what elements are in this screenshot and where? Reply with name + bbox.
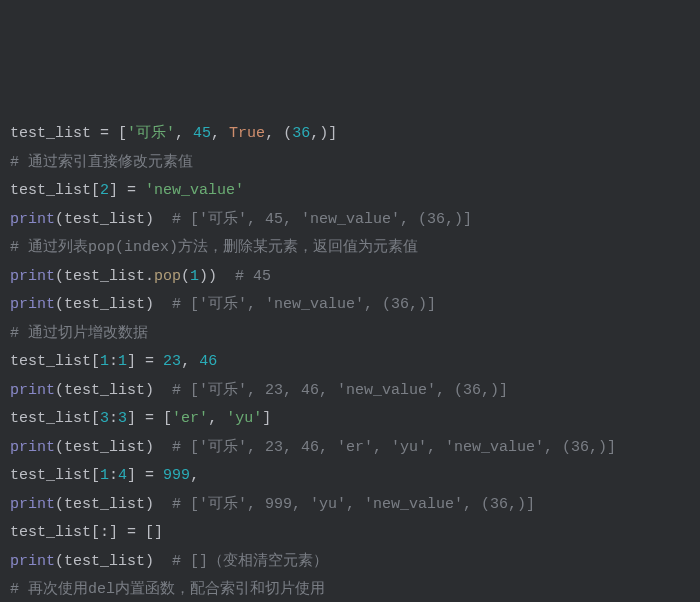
code-token-num: 36 xyxy=(292,125,310,142)
code-token-comment: # ['可乐', 45, 'new_value', (36,)] xyxy=(172,211,472,228)
code-token-var: test_list[ xyxy=(10,467,100,484)
code-token-comment: # 45 xyxy=(235,268,271,285)
code-token-punc: ] xyxy=(127,467,145,484)
code-token-punc: , xyxy=(175,125,193,142)
code-token-punc: (test_list) xyxy=(55,553,172,570)
code-token-punc xyxy=(154,353,163,370)
code-token-op: = xyxy=(145,410,154,427)
code-token-punc: ( xyxy=(181,268,190,285)
code-token-op: = xyxy=(145,467,154,484)
code-line[interactable]: # 再次使用del内置函数，配合索引和切片使用 xyxy=(10,576,690,602)
code-line[interactable]: test_list = ['可乐', 45, True, (36,)] xyxy=(10,120,690,149)
code-token-comment: # ['可乐', 'new_value', (36,)] xyxy=(172,296,436,313)
code-token-punc: , xyxy=(190,467,199,484)
code-token-punc: [] xyxy=(136,524,163,541)
code-token-comment: # []（变相清空元素） xyxy=(172,553,328,570)
code-token-builtin: print xyxy=(10,439,55,456)
code-line[interactable]: print(test_list) # ['可乐', 45, 'new_value… xyxy=(10,206,690,235)
code-token-var: test_list[ xyxy=(10,182,100,199)
code-line[interactable]: print(test_list) # []（变相清空元素） xyxy=(10,548,690,577)
code-token-op: = xyxy=(100,125,109,142)
code-token-builtin: print xyxy=(10,296,55,313)
code-token-num: 1 xyxy=(100,467,109,484)
code-token-comment: # ['可乐', 23, 46, 'er', 'yu', 'new_value'… xyxy=(172,439,616,456)
code-token-op: = xyxy=(145,353,154,370)
code-token-num: 46 xyxy=(199,353,217,370)
code-token-comment: # ['可乐', 23, 46, 'new_value', (36,)] xyxy=(172,382,508,399)
code-token-var: test_list xyxy=(10,125,100,142)
code-token-method: pop xyxy=(154,268,181,285)
code-line[interactable]: test_list[:] = [] xyxy=(10,519,690,548)
code-token-str: '可乐' xyxy=(127,125,175,142)
code-token-builtin: print xyxy=(10,553,55,570)
code-token-punc: , xyxy=(181,353,199,370)
code-token-punc: (test_list) xyxy=(55,439,172,456)
code-token-op: = xyxy=(127,182,136,199)
code-line[interactable]: print(test_list) # ['可乐', 999, 'yu', 'ne… xyxy=(10,491,690,520)
code-token-builtin: print xyxy=(10,496,55,513)
code-token-num: 3 xyxy=(118,410,127,427)
code-token-punc: , xyxy=(208,410,226,427)
code-token-str: 'new_value' xyxy=(145,182,244,199)
code-token-comment: # 再次使用del内置函数，配合索引和切片使用 xyxy=(10,581,325,598)
code-token-punc: : xyxy=(109,467,118,484)
code-line[interactable]: print(test_list) # ['可乐', 23, 46, 'er', … xyxy=(10,434,690,463)
code-token-punc: (test_list) xyxy=(55,211,172,228)
code-token-num: 3 xyxy=(100,410,109,427)
code-token-punc: ] xyxy=(262,410,271,427)
code-token-punc: ] xyxy=(109,182,127,199)
code-token-num: 2 xyxy=(100,182,109,199)
code-token-num: 999 xyxy=(163,467,190,484)
code-token-punc: ] xyxy=(127,353,145,370)
code-token-punc: (test_list) xyxy=(55,296,172,313)
code-token-comment: # 通过列表pop(index)方法，删除某元素，返回值为元素值 xyxy=(10,239,418,256)
code-token-num: 45 xyxy=(193,125,211,142)
code-token-builtin: print xyxy=(10,268,55,285)
code-token-var: test_list[ xyxy=(10,353,100,370)
code-line[interactable]: print(test_list) # ['可乐', 23, 46, 'new_v… xyxy=(10,377,690,406)
code-token-comment: # 通过切片增改数据 xyxy=(10,325,148,342)
code-token-num: 1 xyxy=(100,353,109,370)
code-token-punc: , xyxy=(211,125,229,142)
code-token-punc: , ( xyxy=(265,125,292,142)
code-editor[interactable]: test_list = ['可乐', 45, True, (36,)]# 通过索… xyxy=(10,120,690,602)
code-line[interactable]: print(test_list.pop(1)) # 45 xyxy=(10,263,690,292)
code-token-punc: (test_list) xyxy=(55,382,172,399)
code-line[interactable]: test_list[2] = 'new_value' xyxy=(10,177,690,206)
code-token-punc xyxy=(154,467,163,484)
code-token-var: test_list[:] xyxy=(10,524,127,541)
code-line[interactable]: test_list[1:4] = 999, xyxy=(10,462,690,491)
code-token-punc: (test_list) xyxy=(55,496,172,513)
code-token-punc: )) xyxy=(199,268,235,285)
code-token-kw-const: True xyxy=(229,125,265,142)
code-token-comment: # ['可乐', 999, 'yu', 'new_value', (36,)] xyxy=(172,496,535,513)
code-token-op: = xyxy=(127,524,136,541)
code-line[interactable]: test_list[1:1] = 23, 46 xyxy=(10,348,690,377)
code-token-punc: : xyxy=(109,410,118,427)
code-token-punc: ,)] xyxy=(310,125,337,142)
code-token-comment: # 通过索引直接修改元素值 xyxy=(10,154,193,171)
code-line[interactable]: # 通过索引直接修改元素值 xyxy=(10,149,690,178)
code-token-var: test_list[ xyxy=(10,410,100,427)
code-token-num: 4 xyxy=(118,467,127,484)
code-line[interactable]: # 通过切片增改数据 xyxy=(10,320,690,349)
code-line[interactable]: test_list[3:3] = ['er', 'yu'] xyxy=(10,405,690,434)
code-token-punc xyxy=(136,182,145,199)
code-token-punc: [ xyxy=(154,410,172,427)
code-token-punc: : xyxy=(109,353,118,370)
code-token-num: 1 xyxy=(190,268,199,285)
code-token-builtin: print xyxy=(10,211,55,228)
code-token-num: 1 xyxy=(118,353,127,370)
code-line[interactable]: # 通过列表pop(index)方法，删除某元素，返回值为元素值 xyxy=(10,234,690,263)
code-token-str: 'er' xyxy=(172,410,208,427)
code-token-builtin: print xyxy=(10,382,55,399)
code-token-str: 'yu' xyxy=(226,410,262,427)
code-token-punc: (test_list. xyxy=(55,268,154,285)
code-line[interactable]: print(test_list) # ['可乐', 'new_value', (… xyxy=(10,291,690,320)
code-token-punc: ] xyxy=(127,410,145,427)
code-token-num: 23 xyxy=(163,353,181,370)
code-token-punc: [ xyxy=(109,125,127,142)
